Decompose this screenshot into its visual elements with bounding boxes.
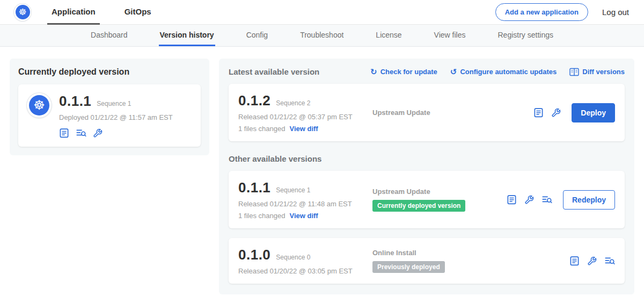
diff-versions-icon: [569, 68, 579, 76]
files-changed-label: 1 files changed: [238, 212, 285, 220]
release-notes-icon[interactable]: [507, 194, 517, 205]
version-number: 0.1.0: [238, 247, 270, 263]
previously-deployed-badge: Previously deployed: [372, 261, 445, 273]
kubernetes-logo: ☸: [14, 4, 31, 21]
config-wrench-icon[interactable]: [587, 256, 597, 266]
kubernetes-wheel-icon: ☸: [16, 5, 30, 19]
release-notes-icon[interactable]: [59, 128, 69, 138]
top-tabs: Application GitOps: [47, 0, 176, 25]
other-versions-title: Other available versions: [229, 154, 625, 163]
subnav-registry-settings[interactable]: Registry settings: [497, 25, 554, 46]
available-versions-panel: Latest available version ↻ Check for upd…: [219, 59, 634, 294]
auto-update-icon: ↺: [450, 68, 457, 76]
sequence-label: Sequence 1: [276, 186, 310, 194]
files-changed-label: 1 files changed: [238, 125, 285, 133]
diff-versions-link[interactable]: Diff versions: [569, 68, 625, 76]
diff-icon[interactable]: [541, 195, 552, 205]
version-info: 0.1.1 Sequence 1 Released 01/21/22 @ 11:…: [238, 179, 372, 220]
version-actions: [569, 256, 615, 266]
check-for-update-label: Check for update: [380, 68, 437, 76]
kubernetes-glyph: ☸: [33, 99, 45, 112]
released-date: Released 01/20/22 @ 03:05 pm EST: [238, 267, 372, 275]
deploy-button[interactable]: Deploy: [572, 103, 615, 122]
subnav-troubleshoot[interactable]: Troubleshoot: [299, 25, 345, 46]
subnav-config[interactable]: Config: [245, 25, 269, 46]
version-source: Upstream Update: [372, 109, 430, 117]
version-actions: Redeploy: [507, 190, 615, 210]
deployed-date: Deployed 01/21/22 @ 11:57 am EST: [59, 113, 173, 121]
version-info: 0.1.0 Sequence 0 Released 01/20/22 @ 03:…: [238, 247, 372, 275]
app-subnav: Dashboard Version history Config Trouble…: [0, 25, 644, 47]
main-content: Currently deployed version ☸ 0.1.1 Seque…: [0, 47, 644, 303]
configure-auto-updates-label: Configure automatic updates: [460, 68, 557, 76]
kubernetes-glyph: ☸: [18, 8, 26, 17]
release-notes-icon[interactable]: [569, 256, 580, 266]
version-row-latest: 0.1.2 Sequence 2 Released 01/21/22 @ 05:…: [229, 84, 625, 141]
version-info: 0.1.2 Sequence 2 Released 01/21/22 @ 05:…: [238, 92, 372, 133]
refresh-icon: ↻: [370, 68, 377, 76]
version-row: 0.1.0 Sequence 0 Released 01/20/22 @ 03:…: [229, 238, 625, 284]
deployed-panel-title: Currently deployed version: [18, 67, 201, 77]
version-actions: Deploy: [533, 103, 615, 122]
check-for-update-link[interactable]: ↻ Check for update: [370, 68, 437, 76]
sequence-label: Sequence 2: [276, 99, 310, 107]
latest-available-title: Latest available version: [229, 67, 319, 76]
view-diff-link[interactable]: View diff: [289, 212, 318, 220]
subnav-view-files[interactable]: View files: [433, 25, 467, 46]
configure-auto-updates-link[interactable]: ↺ Configure automatic updates: [450, 68, 557, 76]
released-date: Released 01/21/22 @ 11:48 am EST: [238, 200, 372, 208]
config-wrench-icon[interactable]: [551, 108, 561, 118]
diff-versions-label: Diff versions: [582, 68, 625, 76]
panel-actions: ↻ Check for update ↺ Configure automatic…: [370, 68, 625, 76]
version-row: 0.1.1 Sequence 1 Released 01/21/22 @ 11:…: [229, 171, 625, 228]
header-actions: Add a new application Log out: [495, 3, 629, 21]
version-number: 0.1.2: [238, 92, 270, 109]
app-logo: ☸: [27, 93, 52, 118]
kubernetes-wheel-icon: ☸: [29, 95, 49, 116]
deployed-version-card: ☸ 0.1.1 Sequence 1 Deployed 01/21/22 @ 1…: [18, 84, 201, 147]
subnav-license[interactable]: License: [375, 25, 402, 46]
version-source-block: Upstream Update Currently deployed versi…: [372, 187, 507, 212]
version-number: 0.1.1: [238, 179, 270, 196]
version-source: Upstream Update: [372, 187, 430, 196]
redeploy-button[interactable]: Redeploy: [563, 190, 615, 210]
tab-application[interactable]: Application: [47, 0, 100, 25]
subnav-version-history[interactable]: Version history: [159, 25, 215, 46]
version-source-block: Online Install Previously deployed: [372, 249, 569, 273]
subnav-dashboard[interactable]: Dashboard: [90, 25, 129, 46]
sequence-label: Sequence 0: [276, 254, 310, 261]
currently-deployed-badge: Currently deployed version: [372, 200, 465, 212]
config-wrench-icon[interactable]: [524, 195, 534, 205]
deployed-version-info: 0.1.1 Sequence 1 Deployed 01/21/22 @ 11:…: [59, 93, 173, 138]
version-source-block: Upstream Update: [372, 109, 533, 117]
top-header: ☸ Application GitOps Add a new applicati…: [0, 0, 644, 25]
tab-gitops[interactable]: GitOps: [120, 0, 156, 25]
released-date: Released 01/21/22 @ 05:37 pm EST: [238, 113, 372, 121]
deployed-sequence-label: Sequence 1: [97, 100, 131, 107]
logout-link[interactable]: Log out: [602, 8, 629, 17]
view-diff-link[interactable]: View diff: [289, 125, 318, 133]
diff-icon[interactable]: [76, 128, 86, 138]
version-source: Online Install: [372, 249, 416, 257]
config-wrench-icon[interactable]: [93, 128, 103, 138]
deployed-version-number: 0.1.1: [59, 93, 91, 110]
add-application-button[interactable]: Add a new application: [495, 3, 588, 21]
diff-icon[interactable]: [604, 256, 615, 266]
release-notes-icon[interactable]: [533, 107, 544, 118]
currently-deployed-panel: Currently deployed version ☸ 0.1.1 Seque…: [10, 59, 209, 155]
